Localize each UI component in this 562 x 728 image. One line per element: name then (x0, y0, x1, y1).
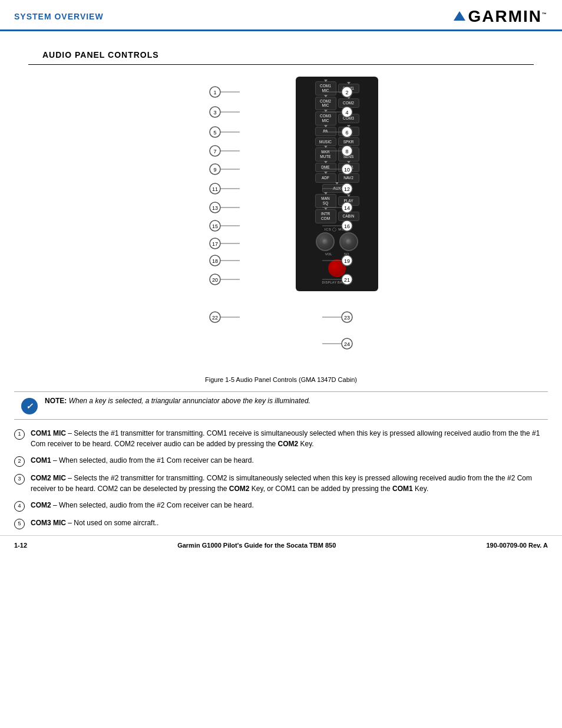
com3-mic-btn[interactable]: COM3MIC (315, 111, 336, 126)
display-backup-btn[interactable] (328, 259, 346, 277)
aux-btn[interactable]: AUX (322, 184, 352, 193)
note-text: NOTE: When a key is selected, a triangul… (45, 397, 310, 405)
com2-mic-btn[interactable]: COM2MIC (315, 97, 336, 111)
svg-text:11: 11 (212, 186, 218, 192)
svg-point-24 (210, 164, 220, 174)
com1-mic-indicator (324, 80, 328, 82)
list-item: 2 COM1 – When selected, audio from the #… (14, 455, 548, 467)
svg-point-69 (342, 338, 352, 349)
svg-text:23: 23 (344, 315, 350, 321)
vol-sq-labels: VOL SQ (325, 252, 349, 256)
item-num-3: 3 (14, 474, 25, 485)
com3-btn[interactable]: COM3 (338, 114, 359, 123)
svg-point-12 (210, 127, 220, 137)
item-bold-3b: COM1 (392, 485, 413, 493)
com3-mic-indicator (324, 110, 328, 112)
svg-text:1: 1 (213, 90, 216, 95)
svg-point-66 (342, 312, 352, 322)
man-sq-indicator (324, 192, 328, 195)
page-number: 1-12 (14, 542, 27, 549)
pa-btn[interactable]: PA (315, 127, 336, 136)
figure-caption: Figure 1-5 Audio Panel Controls (GMA 134… (205, 376, 357, 383)
item-text-2: COM1 – When selected, audio from the #1 … (31, 455, 548, 466)
page-footer: 1-12 Garmin G1000 Pilot's Guide for the … (0, 535, 562, 555)
play-btn[interactable]: PLAY (338, 196, 359, 206)
tel-btn[interactable]: TEL (338, 127, 359, 136)
item-num-1: 1 (14, 429, 25, 440)
svg-text:24: 24 (344, 341, 350, 347)
figure-area: COM1MIC COM1 COM2MIC COM2 (0, 65, 562, 383)
item-num-5: 5 (14, 519, 25, 529)
item-term-2: COM1 (31, 456, 51, 465)
item-text-3: COM2 MIC – Selects the #2 transmitter fo… (31, 473, 548, 494)
com1-btn[interactable]: COM1 (338, 84, 359, 93)
svg-point-30 (210, 183, 220, 194)
panel-row-4: PA TEL (299, 127, 375, 136)
intr-com-btn[interactable]: INTRCOM (315, 209, 336, 223)
svg-text:13: 13 (212, 205, 218, 211)
svg-text:15: 15 (212, 223, 218, 229)
vol-knob[interactable] (316, 232, 335, 251)
display-backup-label: DISPLAY BACKUP (322, 281, 352, 284)
garmin-logo: GARMIN™ (454, 7, 548, 26)
list-item: 4 COM2 – When selected, audio from the #… (14, 500, 548, 512)
cabin-btn[interactable]: CABIN (338, 212, 359, 221)
svg-text:9: 9 (213, 167, 216, 173)
svg-point-42 (210, 220, 220, 231)
aux-indicator (335, 182, 339, 185)
knob-area: ICS ◯ MSTR VOL SQ DISPLAY BACKUP (299, 225, 375, 286)
item-term-4: COM2 (31, 501, 51, 509)
note-box: ✓ NOTE: When a key is selected, a triang… (14, 391, 548, 420)
adf-indicator (324, 172, 328, 174)
panel-row-5: MUSIC SPKR (299, 137, 375, 147)
dme-btn[interactable]: DME (315, 163, 336, 172)
knob-row (316, 232, 358, 251)
svg-point-63 (210, 312, 220, 322)
audio-panel-body: COM1MIC COM1 COM2MIC COM2 (296, 77, 378, 291)
panel-row-10: MANSQ PLAY (299, 194, 375, 208)
com2-mic-indicator (324, 95, 328, 97)
man-sq-btn[interactable]: MANSQ (315, 194, 336, 208)
panel-row-6: MKRMUTE HISENS (299, 147, 375, 162)
spkr-btn[interactable]: SPKR (338, 137, 359, 147)
item-term-5: COM3 MIC (31, 519, 66, 527)
item-term-3: COM2 MIC (31, 474, 66, 482)
nav1-btn[interactable]: NAV1 (338, 163, 359, 172)
com2-btn[interactable]: COM2 (338, 98, 359, 108)
list-item: 1 COM1 MIC – Selects the #1 transmitter … (14, 428, 548, 449)
hi-sens-btn[interactable]: HISENS (338, 147, 359, 162)
svg-text:7: 7 (213, 149, 216, 154)
item-term-1: COM1 MIC (31, 429, 66, 437)
vol-label: VOL (325, 252, 332, 256)
item-text-4: COM2 – When selected, audio from the #2 … (31, 500, 548, 510)
mkr-indicator (324, 146, 328, 148)
svg-point-18 (210, 146, 220, 156)
svg-point-0 (210, 87, 220, 97)
tel-indicator (347, 125, 351, 127)
note-body: When a key is selected, a triangular ann… (69, 397, 310, 405)
item-text-5: COM3 MIC – Not used on some aircraft.. (31, 518, 548, 528)
play-indicator (347, 195, 351, 197)
svg-text:22: 22 (212, 315, 218, 321)
mkr-mute-btn[interactable]: MKRMUTE (315, 147, 336, 162)
sq-knob[interactable] (339, 232, 358, 251)
com1-mic-btn[interactable]: COM1MIC (315, 81, 336, 95)
panel-row-2: COM2MIC COM2 (299, 97, 375, 111)
com2-indicator (347, 97, 351, 99)
section-heading: AUDIO PANEL CONTROLS (28, 41, 534, 65)
page-header: SYSTEM OVERVIEW GARMIN™ (0, 0, 562, 31)
music-btn[interactable]: MUSIC (315, 137, 336, 147)
dme-indicator (324, 161, 328, 163)
list-item: 5 COM3 MIC – Not used on some aircraft.. (14, 518, 548, 529)
panel-row-11: INTRCOM CABIN (299, 209, 375, 223)
svg-text:17: 17 (212, 241, 218, 247)
pa-indicator (324, 125, 328, 127)
footer-right-text: 190-00709-00 Rev. A (486, 542, 548, 549)
adf-btn[interactable]: ADF (315, 173, 336, 183)
panel-row-9: AUX (299, 184, 375, 193)
diagram-wrapper: COM1MIC COM1 COM2MIC COM2 (169, 71, 393, 371)
garmin-triangle-icon (454, 11, 465, 21)
panel-row-7: DME NAV1 (299, 163, 375, 172)
nav2-btn[interactable]: NAV2 (338, 173, 359, 183)
content-list: 1 COM1 MIC – Selects the #1 transmitter … (0, 428, 562, 529)
